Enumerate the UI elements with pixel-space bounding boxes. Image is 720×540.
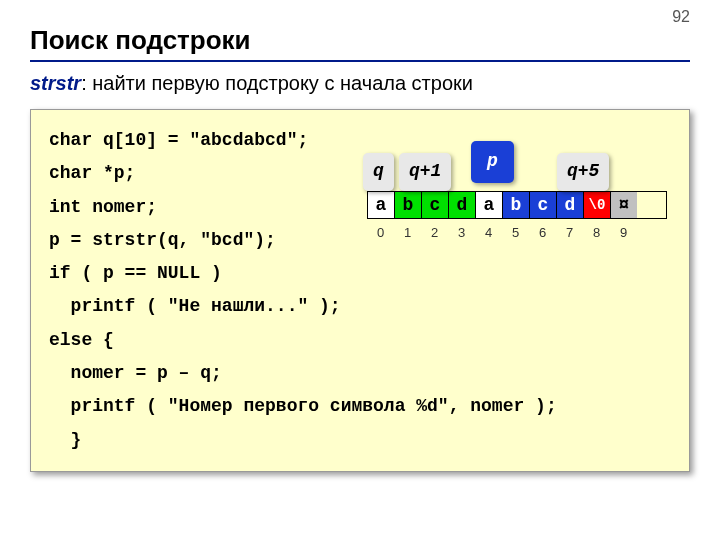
index: 3 [448,221,475,245]
subtitle: strstr: найти первую подстроку с начала … [30,72,690,95]
pointer-q5: q+5 [557,153,609,191]
code-line: nomer = p – q; [49,357,671,390]
index: 8 [583,221,610,245]
memory-cells: a b c d a b c d \0 ¤ [367,191,667,219]
index: 6 [529,221,556,245]
cell-terminator: \0 [584,192,611,218]
cell: a [476,192,503,218]
cell: d [449,192,476,218]
subtitle-text: : найти первую подстроку с начала строки [81,72,473,94]
title-divider [30,60,690,62]
pointer-p: p [471,141,514,183]
code-line: printf ( "Номер первого символа %d", nom… [49,390,671,423]
index: 5 [502,221,529,245]
page-number: 92 [672,8,690,26]
slide-title: Поиск подстроки [30,25,720,56]
code-block: char q[10] = "abcdabcd"; char *p; int no… [30,109,690,472]
index: 9 [610,221,637,245]
cell: d [557,192,584,218]
code-line: else { [49,324,671,357]
index: 0 [367,221,394,245]
cell: c [530,192,557,218]
cell-junk: ¤ [611,192,637,218]
pointer-labels: q q+1 p q+5 [367,145,667,191]
index-row: 0 1 2 3 4 5 6 7 8 9 [367,221,667,245]
index: 7 [556,221,583,245]
code-line: printf ( "Не нашли..." ); [49,290,671,323]
cell: b [395,192,422,218]
function-name: strstr [30,72,81,94]
index: 1 [394,221,421,245]
index: 4 [475,221,502,245]
memory-diagram: q q+1 p q+5 a b c d a b c d \0 ¤ 0 1 2 3… [367,145,667,245]
index: 2 [421,221,448,245]
cell: c [422,192,449,218]
pointer-q: q [363,153,394,191]
cell: a [368,192,395,218]
cell: b [503,192,530,218]
pointer-q1: q+1 [399,153,451,191]
code-line: if ( p == NULL ) [49,257,671,290]
code-line: } [49,424,671,457]
